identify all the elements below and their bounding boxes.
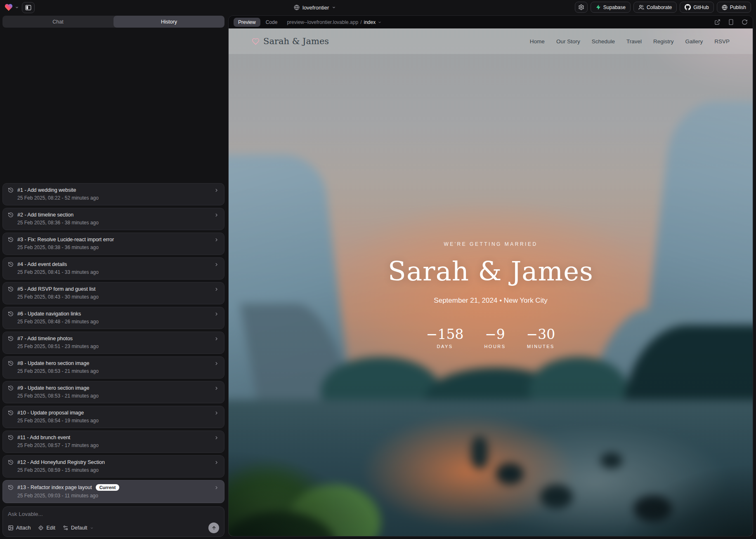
toggle-sidebar-button[interactable] [22,2,35,13]
app-topbar: lovefrontier Supabase Collaborate GitHub [0,0,756,15]
history-item-timestamp: 25 Feb 2025, 08:48 - 26 minutes ago [17,319,219,325]
sidebar-tabs: Chat History [2,16,224,28]
mobile-view-icon[interactable] [728,19,734,25]
publish-label: Publish [730,5,746,10]
history-item[interactable]: #10 - Update proposal image 25 Feb 2025,… [2,406,224,428]
chevron-right-icon [214,460,219,465]
preview-url[interactable]: preview--lovefrontier.lovable.app / inde… [287,19,382,25]
site-nav-link[interactable]: Registry [653,38,674,45]
supabase-icon [595,5,601,10]
attach-button[interactable]: Attach [8,525,31,531]
send-button[interactable] [208,523,219,533]
chevron-down-icon [90,526,94,530]
history-icon [8,459,14,465]
chevron-right-icon [214,212,219,218]
countdown: −158 DAYS −9 HOURS −30 MINUTES [426,326,555,349]
history-item-timestamp: 25 Feb 2025, 08:51 - 23 minutes ago [17,344,219,349]
hero-date-location: September 21, 2024 • New York City [434,297,547,305]
site-nav-link[interactable]: Schedule [592,38,615,45]
history-item-timestamp: 25 Feb 2025, 08:38 - 36 minutes ago [17,245,219,250]
hero-eyebrow: WE'RE GETTING MARRIED [444,241,537,247]
project-name: lovefrontier [302,5,329,11]
site-nav-link[interactable]: Our Story [556,38,580,45]
chevron-right-icon [214,485,219,490]
site-brand-name: Sarah & James [263,36,329,46]
tab-history[interactable]: History [113,16,224,28]
site-nav-link[interactable]: RSVP [714,38,730,45]
prompt-input[interactable] [8,511,219,519]
history-item[interactable]: #11 - Add brunch event 25 Feb 2025, 08:5… [2,431,224,453]
history-item[interactable]: #5 - Add RSVP form and guest list 25 Feb… [2,282,224,304]
chevron-right-icon [214,237,219,242]
history-item-title: #13 - Refactor index page layout [17,485,92,490]
chevron-right-icon [214,435,219,440]
collaborate-button[interactable]: Collaborate [633,2,677,13]
composer: Attach Edit Default [2,506,224,537]
history-item-timestamp: 25 Feb 2025, 08:53 - 21 minutes ago [17,393,219,399]
collaborate-label: Collaborate [647,5,672,10]
history-icon [8,385,14,391]
history-item-title: #11 - Add brunch event [17,435,70,440]
history-item-timestamp: 25 Feb 2025, 08:43 - 30 minutes ago [17,294,219,300]
history-item[interactable]: #1 - Add wedding website 25 Feb 2025, 08… [2,183,224,205]
publish-button[interactable]: Publish [717,2,751,13]
site-brand[interactable]: Sarah & James [252,36,329,46]
history-item[interactable]: #7 - Add timeline photos 25 Feb 2025, 08… [2,332,224,354]
history-item-title: #8 - Update hero section image [17,360,89,366]
site-preview: Sarah & James Home Our Story Schedule Tr… [229,28,753,536]
history-item-timestamp: 25 Feb 2025, 08:54 - 19 minutes ago [17,418,219,424]
github-button[interactable]: GitHub [680,2,713,13]
url-separator: / [360,19,361,25]
globe-icon [722,5,728,10]
site-nav-link[interactable]: Travel [626,38,642,45]
code-tab[interactable]: Code [266,19,278,25]
supabase-button[interactable]: Supabase [591,2,631,13]
history-item-title: #9 - Update hero section image [17,385,89,391]
history-item-timestamp: 25 Feb 2025, 08:57 - 17 minutes ago [17,442,219,448]
chevron-down-icon [378,20,382,24]
history-item[interactable]: #12 - Add Honeyfund Registry Section 25 … [2,455,224,478]
history-icon [8,261,14,267]
hero-section: WE'RE GETTING MARRIED Sarah & James Sept… [229,54,753,536]
external-link-icon[interactable] [714,19,721,25]
history-item[interactable]: #2 - Add timeline section 25 Feb 2025, 0… [2,208,224,230]
history-icon [8,336,14,341]
history-item-title: #5 - Add RSVP form and guest list [17,286,95,292]
preview-toolbar: Preview Code preview--lovefrontier.lovab… [229,16,753,28]
site-nav-link[interactable]: Home [530,38,545,45]
chevron-right-icon [214,410,219,416]
supabase-label: Supabase [603,5,626,10]
edit-button[interactable]: Edit [38,525,55,531]
history-item[interactable]: #9 - Update hero section image 25 Feb 20… [2,381,224,403]
hero-title: Sarah & James [388,256,593,287]
countdown-value: −9 [484,326,506,342]
globe-icon [294,5,300,10]
history-item[interactable]: #13 - Refactor index page layout Current… [2,480,224,503]
refresh-icon[interactable] [742,19,748,25]
panel-left-icon [25,4,32,11]
chevron-right-icon [214,386,219,391]
preview-tab[interactable]: Preview [234,18,260,27]
tab-chat[interactable]: Chat [2,16,113,28]
chevron-right-icon [214,311,219,317]
settings-button[interactable] [575,2,588,13]
model-select[interactable]: Default [63,525,94,531]
history-item[interactable]: #4 - Add event details 25 Feb 2025, 08:4… [2,257,224,280]
history-item-timestamp: 25 Feb 2025, 08:59 - 15 minutes ago [17,467,219,473]
url-page: index [364,19,376,25]
countdown-item: −30 MINUTES [527,326,555,349]
current-badge: Current [96,484,120,491]
project-switcher[interactable]: lovefrontier [294,0,336,15]
history-icon [8,237,14,242]
lovable-logo-menu[interactable] [4,3,19,12]
history-item-title: #7 - Add timeline photos [17,336,73,341]
sliders-icon [63,525,69,531]
countdown-value: −158 [426,326,464,342]
history-item[interactable]: #8 - Update hero section image 25 Feb 20… [2,356,224,379]
site-nav-link[interactable]: Gallery [685,38,703,45]
history-item-title: #2 - Add timeline section [17,212,73,218]
history-item[interactable]: #6 - Update navigation links 25 Feb 2025… [2,307,224,329]
preview-panel: Preview Code preview--lovefrontier.lovab… [228,15,753,537]
attach-label: Attach [16,525,31,531]
history-item[interactable]: #3 - Fix: Resolve Lucide-react import er… [2,233,224,255]
